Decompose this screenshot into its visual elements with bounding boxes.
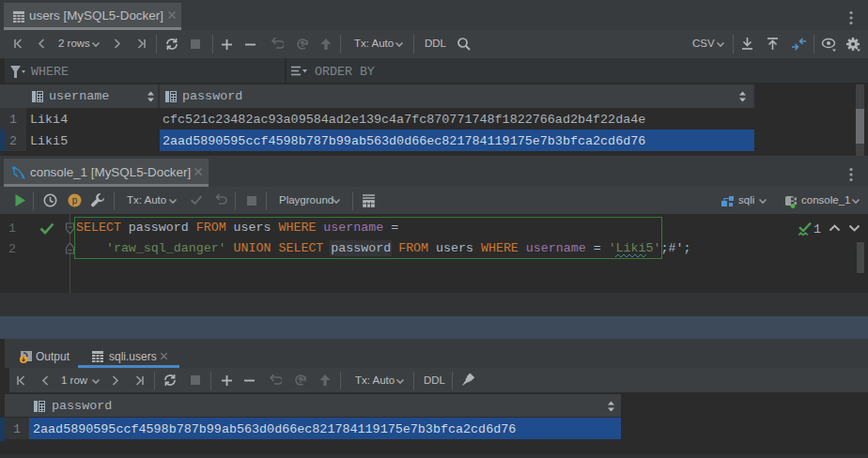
svg-text:p: p xyxy=(72,195,78,206)
